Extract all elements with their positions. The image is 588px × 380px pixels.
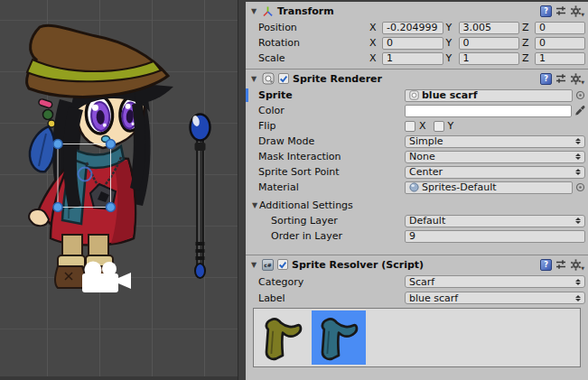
position-label: Position (258, 22, 369, 33)
gear-icon[interactable]: ▼ (570, 5, 584, 17)
sprite-renderer-component: ▼ Sprite Renderer ? ▼ Sprite blue scarf (246, 70, 588, 255)
sorting-layer-dropdown[interactable]: Default (405, 215, 585, 227)
order-in-layer-field[interactable]: 9 (405, 230, 585, 243)
sorting-layer-row: Sorting Layer Default (246, 213, 588, 228)
foldout-icon[interactable]: ▼ (250, 201, 259, 209)
help-icon[interactable]: ? (540, 259, 552, 271)
mask-interaction-row: Mask Interaction None (246, 149, 588, 164)
component-title: Sprite Resolver (Script) (292, 259, 424, 271)
material-object-field[interactable]: Sprites-Default (405, 181, 573, 194)
axis-x-label: X (369, 22, 379, 33)
presets-icon[interactable] (555, 5, 566, 16)
draw-mode-dropdown[interactable]: Simple (405, 135, 585, 148)
position-y-field[interactable]: 3.005 (459, 22, 520, 34)
staff-sprite[interactable] (191, 115, 210, 279)
draw-mode-label: Draw Mode (258, 135, 405, 147)
scale-row: Scale X 1 Y 1 Z 1 (246, 51, 588, 66)
axis-y-label: Y (446, 37, 456, 49)
additional-settings-row[interactable]: ▼ Additional Settings (246, 198, 588, 213)
foldout-icon[interactable]: ▼ (249, 261, 258, 269)
component-title: Sprite Renderer (293, 73, 382, 85)
camera-gizmo (82, 262, 131, 293)
color-swatch[interactable] (405, 105, 572, 117)
sprite-label: Sprite (258, 89, 405, 101)
flip-row: Flip X Y (246, 118, 588, 134)
scene-canvas[interactable] (0, 0, 238, 380)
position-x-field[interactable]: -0.204999 (382, 22, 443, 34)
axis-z-label: Z (522, 52, 532, 64)
scale-y-field[interactable]: 1 (459, 52, 520, 65)
blue-scarf-thumbnail[interactable] (312, 310, 366, 365)
order-in-layer-label: Order in Layer (258, 230, 405, 242)
sprite-renderer-icon (262, 72, 275, 85)
flip-x-checkbox[interactable] (405, 121, 415, 132)
enabled-checkbox[interactable] (278, 73, 289, 84)
label-row: Label blue scarf (246, 290, 588, 306)
sprite-renderer-header[interactable]: ▼ Sprite Renderer ? ▼ (246, 70, 588, 88)
sprite-object-field[interactable]: blue scarf (405, 89, 573, 102)
axis-x-label: X (369, 52, 379, 64)
transform-component: ▼ Transform ? ▼ Position X -0.204999 Y 3… (246, 2, 588, 70)
rotation-y-field[interactable]: 0 (459, 37, 520, 50)
flip-x-label: X (419, 120, 426, 132)
blue-scarf-sprite (314, 313, 363, 362)
gear-icon[interactable]: ▼ (570, 259, 584, 271)
label-label: Label (258, 292, 405, 304)
sprite-variant-box (253, 308, 581, 367)
flip-y-checkbox[interactable] (434, 121, 444, 132)
additional-settings-label: Additional Settings (259, 199, 353, 211)
scene-bottom-edge (0, 376, 238, 380)
mask-interaction-label: Mask Interaction (258, 151, 405, 162)
sorting-layer-label: Sorting Layer (258, 215, 405, 227)
rotation-x-field[interactable]: 0 (382, 37, 443, 50)
presets-icon[interactable] (555, 259, 566, 270)
axis-y-label: Y (446, 22, 456, 33)
object-picker-icon[interactable] (575, 182, 585, 192)
material-row: Material Sprites-Default (246, 180, 588, 195)
sprite-resolver-header[interactable]: ▼ c# Sprite Resolver (Script) ? ▼ (246, 255, 588, 273)
color-row: Color (246, 103, 588, 118)
scene-view[interactable] (0, 0, 238, 380)
sprite-icon (409, 90, 419, 100)
mask-interaction-dropdown[interactable]: None (405, 151, 585, 163)
panel-splitter[interactable] (238, 0, 246, 380)
flip-y-label: Y (448, 120, 454, 132)
enabled-checkbox[interactable] (277, 259, 288, 270)
sprite-row: Sprite blue scarf (246, 88, 588, 103)
transform-header[interactable]: ▼ Transform ? ▼ (246, 2, 588, 20)
axis-z-label: Z (522, 37, 532, 49)
position-row: Position X -0.204999 Y 3.005 Z 0 (246, 20, 588, 35)
dropdown-arrows-icon (575, 218, 581, 224)
scale-z-field[interactable]: 1 (535, 52, 585, 65)
foldout-icon[interactable]: ▼ (249, 75, 258, 83)
eyedropper-icon[interactable] (574, 105, 585, 116)
green-scarf-sprite (258, 313, 307, 362)
scale-x-field[interactable]: 1 (382, 52, 443, 65)
scale-label: Scale (258, 52, 369, 64)
label-dropdown[interactable]: blue scarf (405, 292, 585, 304)
sprite-sort-point-dropdown[interactable]: Center (405, 166, 585, 179)
green-scarf-thumbnail[interactable] (256, 310, 310, 365)
rotation-z-field[interactable]: 0 (535, 37, 585, 50)
gear-icon[interactable]: ▼ (570, 73, 584, 85)
presets-icon[interactable] (555, 73, 566, 84)
dropdown-arrows-icon (575, 138, 581, 144)
dropdown-arrows-icon (575, 279, 581, 285)
axis-z-label: Z (522, 22, 532, 33)
object-picker-icon[interactable] (575, 90, 585, 100)
character-sprite[interactable] (27, 25, 173, 288)
transform-tool-icon (262, 5, 274, 17)
foldout-icon[interactable]: ▼ (249, 7, 258, 15)
material-label: Material (258, 181, 405, 193)
help-icon[interactable]: ? (540, 5, 552, 17)
help-icon[interactable]: ? (540, 73, 552, 85)
component-title: Transform (277, 5, 334, 17)
rotation-row: Rotation X 0 Y 0 Z 0 (246, 35, 588, 51)
category-dropdown[interactable]: Scarf (405, 275, 585, 288)
axis-x-label: X (369, 37, 379, 49)
color-label: Color (258, 105, 405, 116)
material-sphere-icon (409, 182, 419, 192)
dropdown-arrows-icon (575, 153, 581, 160)
axis-y-label: Y (446, 52, 456, 64)
position-z-field[interactable]: 0 (535, 22, 585, 34)
